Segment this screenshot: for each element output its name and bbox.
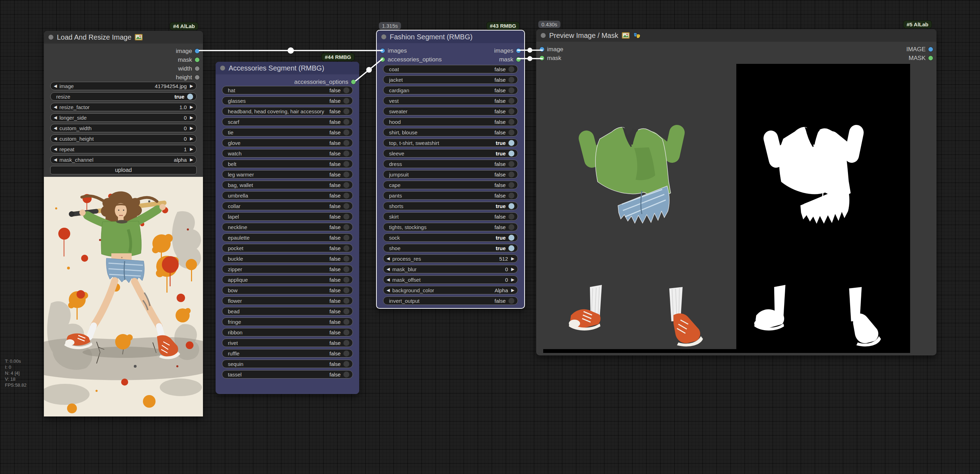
widget-image[interactable]: ◀image41794254.jpg▶ [50, 82, 197, 90]
toggle-dot[interactable] [187, 94, 193, 100]
output-port-image[interactable]: image [176, 48, 199, 55]
toggle-dot[interactable] [508, 182, 514, 188]
port-dot-image-in[interactable] [540, 47, 544, 52]
output-port-mask[interactable]: MASK [909, 55, 933, 62]
toggle-dot[interactable] [344, 330, 349, 335]
output-port-height[interactable]: height [176, 74, 199, 81]
toggle-dot[interactable] [508, 108, 514, 114]
toggle-dot[interactable] [344, 182, 349, 188]
widget-tights-stockings[interactable]: tights, stockingsfalse [383, 223, 518, 231]
collapse-dot-icon[interactable] [48, 35, 53, 40]
widget-neckline[interactable]: necklinefalse [222, 223, 353, 231]
widget-tie[interactable]: tiefalse [222, 128, 353, 136]
output-port-images[interactable]: images [494, 48, 521, 54]
widget-jumpsuit[interactable]: jumpsuitfalse [383, 170, 518, 179]
toggle-dot[interactable] [344, 350, 349, 357]
toggle-dot[interactable] [344, 161, 349, 167]
widget-resize[interactable]: resizetrue [50, 92, 197, 101]
widget-glove[interactable]: glovefalse [222, 139, 353, 147]
decrement-arrow[interactable]: ◀ [387, 288, 390, 292]
input-port-mask[interactable]: mask [540, 55, 562, 62]
widget-mask-channel[interactable]: ◀mask_channelalpha▶ [50, 155, 197, 164]
output-port-image[interactable]: IMAGE [906, 46, 933, 53]
toggle-dot[interactable] [508, 77, 514, 83]
widget-bow[interactable]: bowfalse [222, 286, 353, 294]
toggle-dot[interactable] [344, 98, 349, 104]
toggle-dot[interactable] [344, 319, 349, 325]
node-accessories-segment[interactable]: #44 RMBG Accessories Segment (RMBG) acce… [216, 62, 359, 394]
port-dot-mask-out[interactable] [516, 57, 521, 62]
toggle-dot[interactable] [344, 87, 349, 94]
toggle-dot[interactable] [508, 193, 514, 198]
toggle-dot[interactable] [344, 119, 349, 125]
toggle-dot[interactable] [508, 245, 514, 251]
toggle-dot[interactable] [508, 98, 514, 104]
decrement-arrow[interactable]: ◀ [54, 116, 57, 120]
toggle-dot[interactable] [344, 235, 349, 241]
port-dot-mask-out[interactable] [928, 56, 933, 60]
toggle-dot[interactable] [344, 171, 349, 178]
output-port-mask[interactable]: mask [499, 56, 521, 63]
port-dot-images-out[interactable] [516, 48, 521, 53]
toggle-dot[interactable] [508, 119, 514, 125]
toggle-dot[interactable] [344, 277, 349, 283]
toggle-dot[interactable] [344, 130, 349, 135]
decrement-arrow[interactable]: ◀ [54, 105, 57, 109]
port-dot-image-out[interactable] [928, 47, 933, 52]
node-preview-image-mask[interactable]: 0.430s #5 AlLab Preview Image / Mask ima [536, 29, 937, 355]
node-load-and-resize-image[interactable]: #4 AlLab Load And Resize Image image mas… [44, 31, 203, 417]
toggle-dot[interactable] [344, 214, 349, 220]
widget-sock[interactable]: socktrue [383, 233, 518, 242]
widget-glasses[interactable]: glassesfalse [222, 97, 353, 105]
widget-sweater[interactable]: sweaterfalse [383, 107, 518, 116]
toggle-dot[interactable] [344, 308, 349, 314]
port-dot-accessories-options-in[interactable] [380, 57, 385, 62]
widget-top-t-shirt-sweatshirt[interactable]: top, t-shirt, sweatshirttrue [383, 139, 518, 147]
increment-arrow[interactable]: ▶ [190, 157, 193, 162]
node-titlebar[interactable]: Accessories Segment (RMBG) [216, 62, 359, 75]
widget-vest[interactable]: vestfalse [383, 97, 518, 105]
toggle-dot[interactable] [344, 256, 349, 262]
decrement-arrow[interactable]: ◀ [387, 257, 390, 261]
node-titlebar[interactable]: Load And Resize Image [44, 31, 203, 43]
toggle-dot[interactable] [508, 151, 514, 157]
widget-shirt-blouse[interactable]: shirt, blousefalse [383, 128, 518, 136]
widget-repeat[interactable]: ◀repeat1▶ [50, 145, 197, 153]
widget-shorts[interactable]: shortstrue [383, 202, 518, 210]
collapse-dot-icon[interactable] [541, 33, 546, 38]
decrement-arrow[interactable]: ◀ [54, 136, 57, 141]
widget-umbrella[interactable]: umbrellafalse [222, 191, 353, 200]
widget-belt[interactable]: beltfalse [222, 160, 353, 168]
toggle-dot[interactable] [508, 171, 514, 178]
widget-lapel[interactable]: lapelfalse [222, 212, 353, 221]
widget-cardigan[interactable]: cardiganfalse [383, 86, 518, 94]
widget-dress[interactable]: dressfalse [383, 160, 518, 168]
input-port-images[interactable]: images [380, 48, 407, 54]
toggle-dot[interactable] [344, 371, 349, 377]
widget-process-res[interactable]: ◀process_res512▶ [383, 254, 518, 263]
widget-collar[interactable]: collarfalse [222, 202, 353, 210]
toggle-dot[interactable] [508, 298, 514, 304]
output-port-mask[interactable]: mask [178, 57, 199, 63]
widget-headband-head-covering-hair-accessory[interactable]: headband, head covering, hair accessoryf… [222, 107, 353, 116]
widget-skirt[interactable]: skirtfalse [383, 212, 518, 221]
increment-arrow[interactable]: ▶ [511, 257, 514, 261]
increment-arrow[interactable]: ▶ [190, 136, 193, 141]
decrement-arrow[interactable]: ◀ [387, 277, 390, 282]
toggle-dot[interactable] [508, 130, 514, 135]
output-port-width[interactable]: width [178, 65, 199, 72]
increment-arrow[interactable]: ▶ [190, 147, 193, 151]
widget-tassel[interactable]: tasselfalse [222, 370, 353, 379]
widget-background-color[interactable]: ◀background_colorAlpha▶ [383, 286, 518, 294]
toggle-dot[interactable] [508, 224, 514, 230]
node-fashion-segment[interactable]: 1.315s #43 RMBG Fashion Segment (RMBG) i… [376, 30, 525, 309]
toggle-dot[interactable] [508, 87, 514, 94]
port-dot-height[interactable] [195, 75, 199, 80]
toggle-dot[interactable] [508, 161, 514, 167]
widget-zipper[interactable]: zipperfalse [222, 265, 353, 273]
toggle-dot[interactable] [508, 66, 514, 72]
toggle-dot[interactable] [344, 108, 349, 114]
port-dot-mask-in[interactable] [540, 56, 544, 60]
widget-custom-width[interactable]: ◀custom_width0▶ [50, 124, 197, 132]
widget-applique[interactable]: appliquefalse [222, 276, 353, 284]
